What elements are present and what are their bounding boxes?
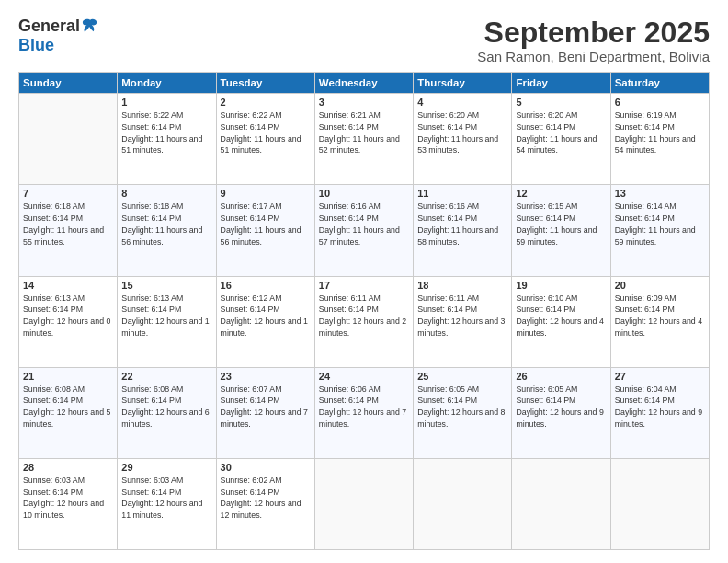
day-info: Sunrise: 6:18 AMSunset: 6:14 PMDaylight:… (121, 201, 202, 246)
day-number: 5 (516, 97, 606, 108)
page: General Blue September 2025 San Ramon, B… (0, 0, 728, 563)
table-row (19, 94, 118, 185)
table-row (610, 458, 709, 549)
day-info: Sunrise: 6:06 AMSunset: 6:14 PMDaylight:… (319, 385, 406, 429)
table-row: 12 Sunrise: 6:15 AMSunset: 6:14 PMDaylig… (512, 185, 610, 276)
day-number: 27 (615, 371, 705, 382)
day-info: Sunrise: 6:10 AMSunset: 6:14 PMDaylight:… (516, 293, 603, 338)
day-number: 4 (417, 97, 507, 108)
day-number: 23 (221, 371, 311, 382)
col-monday: Monday (118, 73, 216, 94)
day-info: Sunrise: 6:15 AMSunset: 6:14 PMDaylight:… (516, 201, 597, 246)
calendar-week-row: 1 Sunrise: 6:22 AMSunset: 6:14 PMDayligh… (19, 94, 710, 185)
table-row: 27 Sunrise: 6:04 AMSunset: 6:14 PMDaylig… (610, 367, 709, 458)
day-number: 14 (23, 280, 113, 291)
table-row: 22 Sunrise: 6:08 AMSunset: 6:14 PMDaylig… (118, 367, 216, 458)
col-sunday: Sunday (19, 73, 118, 94)
table-row: 20 Sunrise: 6:09 AMSunset: 6:14 PMDaylig… (610, 276, 709, 367)
table-row: 16 Sunrise: 6:12 AMSunset: 6:14 PMDaylig… (216, 276, 314, 367)
day-number: 10 (319, 188, 409, 199)
table-row: 28 Sunrise: 6:03 AMSunset: 6:14 PMDaylig… (19, 458, 118, 549)
day-number: 9 (221, 188, 311, 199)
day-info: Sunrise: 6:12 AMSunset: 6:14 PMDaylight:… (221, 293, 308, 338)
table-row (512, 458, 610, 549)
table-row: 9 Sunrise: 6:17 AMSunset: 6:14 PMDayligh… (216, 185, 314, 276)
table-row: 6 Sunrise: 6:19 AMSunset: 6:14 PMDayligh… (610, 94, 709, 185)
day-info: Sunrise: 6:22 AMSunset: 6:14 PMDaylight:… (221, 110, 301, 155)
calendar-table: Sunday Monday Tuesday Wednesday Thursday… (18, 72, 710, 550)
calendar-week-row: 14 Sunrise: 6:13 AMSunset: 6:14 PMDaylig… (19, 276, 710, 367)
table-row: 17 Sunrise: 6:11 AMSunset: 6:14 PMDaylig… (314, 276, 413, 367)
logo-blue-text: Blue (18, 36, 54, 55)
day-info: Sunrise: 6:20 AMSunset: 6:14 PMDaylight:… (516, 110, 597, 155)
day-number: 28 (23, 462, 113, 473)
logo: General Blue (18, 17, 98, 55)
day-info: Sunrise: 6:18 AMSunset: 6:14 PMDaylight:… (23, 201, 104, 246)
col-wednesday: Wednesday (314, 73, 413, 94)
day-number: 19 (516, 280, 606, 291)
table-row: 30 Sunrise: 6:02 AMSunset: 6:14 PMDaylig… (216, 458, 314, 549)
day-number: 7 (23, 188, 113, 199)
table-row: 25 Sunrise: 6:05 AMSunset: 6:14 PMDaylig… (414, 367, 512, 458)
table-row: 24 Sunrise: 6:06 AMSunset: 6:14 PMDaylig… (314, 367, 413, 458)
day-number: 22 (121, 371, 211, 382)
day-number: 13 (615, 188, 705, 199)
day-info: Sunrise: 6:11 AMSunset: 6:14 PMDaylight:… (319, 293, 406, 338)
day-number: 25 (417, 371, 507, 382)
day-info: Sunrise: 6:22 AMSunset: 6:14 PMDaylight:… (121, 110, 202, 155)
day-info: Sunrise: 6:17 AMSunset: 6:14 PMDaylight:… (221, 201, 301, 246)
table-row: 7 Sunrise: 6:18 AMSunset: 6:14 PMDayligh… (19, 185, 118, 276)
day-number: 11 (417, 188, 507, 199)
day-info: Sunrise: 6:09 AMSunset: 6:14 PMDaylight:… (615, 293, 702, 338)
day-number: 18 (417, 280, 507, 291)
table-row: 5 Sunrise: 6:20 AMSunset: 6:14 PMDayligh… (512, 94, 610, 185)
table-row: 26 Sunrise: 6:05 AMSunset: 6:14 PMDaylig… (512, 367, 610, 458)
calendar-week-row: 21 Sunrise: 6:08 AMSunset: 6:14 PMDaylig… (19, 367, 710, 458)
table-row: 10 Sunrise: 6:16 AMSunset: 6:14 PMDaylig… (314, 185, 413, 276)
table-row (314, 458, 413, 549)
day-number: 24 (319, 371, 409, 382)
table-row: 4 Sunrise: 6:20 AMSunset: 6:14 PMDayligh… (414, 94, 512, 185)
header: General Blue September 2025 San Ramon, B… (18, 17, 710, 64)
day-info: Sunrise: 6:08 AMSunset: 6:14 PMDaylight:… (23, 385, 110, 429)
day-info: Sunrise: 6:13 AMSunset: 6:14 PMDaylight:… (121, 293, 209, 338)
calendar-week-row: 7 Sunrise: 6:18 AMSunset: 6:14 PMDayligh… (19, 185, 710, 276)
day-number: 30 (221, 462, 311, 473)
day-info: Sunrise: 6:07 AMSunset: 6:14 PMDaylight:… (221, 385, 308, 429)
day-info: Sunrise: 6:05 AMSunset: 6:14 PMDaylight:… (516, 385, 603, 429)
table-row: 18 Sunrise: 6:11 AMSunset: 6:14 PMDaylig… (414, 276, 512, 367)
title-block: September 2025 San Ramon, Beni Departmen… (477, 17, 710, 64)
day-info: Sunrise: 6:20 AMSunset: 6:14 PMDaylight:… (417, 110, 498, 155)
day-number: 12 (516, 188, 606, 199)
table-row: 1 Sunrise: 6:22 AMSunset: 6:14 PMDayligh… (118, 94, 216, 185)
day-info: Sunrise: 6:03 AMSunset: 6:14 PMDaylight:… (121, 476, 202, 520)
day-number: 3 (319, 97, 409, 108)
col-friday: Friday (512, 73, 610, 94)
day-number: 17 (319, 280, 409, 291)
day-number: 15 (121, 280, 211, 291)
table-row: 23 Sunrise: 6:07 AMSunset: 6:14 PMDaylig… (216, 367, 314, 458)
day-number: 6 (615, 97, 705, 108)
table-row: 19 Sunrise: 6:10 AMSunset: 6:14 PMDaylig… (512, 276, 610, 367)
day-info: Sunrise: 6:13 AMSunset: 6:14 PMDaylight:… (23, 293, 110, 338)
day-info: Sunrise: 6:16 AMSunset: 6:14 PMDaylight:… (417, 201, 498, 246)
table-row: 13 Sunrise: 6:14 AMSunset: 6:14 PMDaylig… (610, 185, 709, 276)
calendar-header-row: Sunday Monday Tuesday Wednesday Thursday… (19, 73, 710, 94)
day-info: Sunrise: 6:04 AMSunset: 6:14 PMDaylight:… (615, 385, 702, 429)
col-thursday: Thursday (414, 73, 512, 94)
day-info: Sunrise: 6:03 AMSunset: 6:14 PMDaylight:… (23, 476, 104, 520)
day-number: 1 (121, 97, 211, 108)
calendar-week-row: 28 Sunrise: 6:03 AMSunset: 6:14 PMDaylig… (19, 458, 710, 549)
table-row (414, 458, 512, 549)
day-number: 20 (615, 280, 705, 291)
day-info: Sunrise: 6:11 AMSunset: 6:14 PMDaylight:… (417, 293, 505, 338)
day-info: Sunrise: 6:16 AMSunset: 6:14 PMDaylight:… (319, 201, 400, 246)
logo-general-text: General (18, 17, 80, 36)
table-row: 3 Sunrise: 6:21 AMSunset: 6:14 PMDayligh… (314, 94, 413, 185)
day-number: 2 (221, 97, 311, 108)
table-row: 21 Sunrise: 6:08 AMSunset: 6:14 PMDaylig… (19, 367, 118, 458)
location-subtitle: San Ramon, Beni Department, Bolivia (477, 49, 710, 64)
day-number: 16 (221, 280, 311, 291)
day-info: Sunrise: 6:19 AMSunset: 6:14 PMDaylight:… (615, 110, 696, 155)
table-row: 2 Sunrise: 6:22 AMSunset: 6:14 PMDayligh… (216, 94, 314, 185)
